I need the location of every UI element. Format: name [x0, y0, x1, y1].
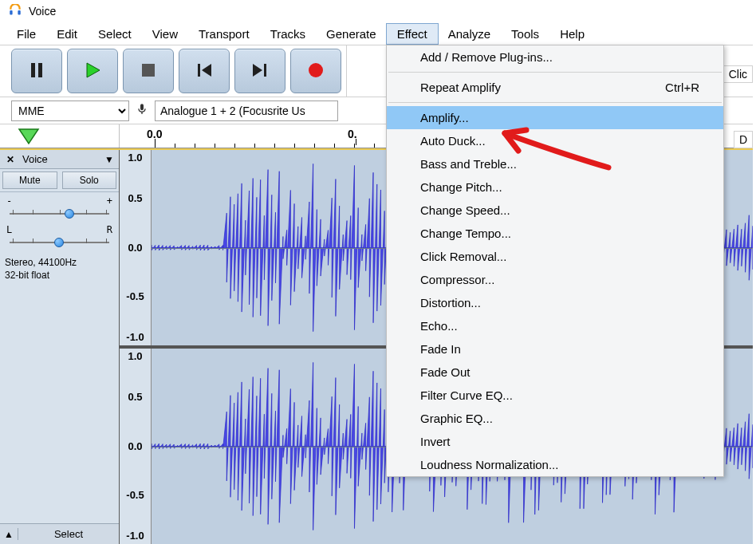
amp-label: -0.5: [120, 489, 151, 501]
record-button[interactable]: [290, 49, 341, 93]
effect-item-invert[interactable]: Invert: [387, 430, 723, 453]
track-select-button[interactable]: Select: [18, 528, 119, 540]
menu-select[interactable]: Select: [88, 24, 142, 44]
window-title: Voice: [29, 5, 56, 18]
menu-view[interactable]: View: [142, 24, 188, 44]
track-name[interactable]: Voice: [16, 153, 104, 165]
menu-effect[interactable]: Effect: [387, 24, 438, 44]
effect-item-compressor[interactable]: Compressor...: [387, 268, 723, 291]
skip-start-button[interactable]: [179, 49, 230, 93]
effect-item-label: Repeat Amplify: [420, 81, 501, 94]
svg-rect-5: [142, 64, 155, 77]
effect-item-label: Fade In: [420, 342, 461, 356]
amplitude-scale-right: 1.00.50.0-0.5-1.0: [120, 349, 152, 544]
close-track-button[interactable]: ✕: [5, 154, 16, 165]
effect-item-echo[interactable]: Echo...: [387, 314, 723, 337]
effect-item-graphic-eq[interactable]: Graphic EQ...: [387, 407, 723, 430]
menubar: FileEditSelectViewTransportTracksGenerat…: [0, 22, 753, 45]
amp-label: 0.5: [120, 391, 151, 403]
effect-item-change-tempo[interactable]: Change Tempo...: [387, 222, 723, 245]
effect-item-label: Loudness Normalization...: [420, 458, 558, 471]
amp-label: 1.0: [120, 152, 151, 164]
effect-item-repeat-amplify[interactable]: Repeat AmplifyCtrl+R: [387, 76, 723, 99]
meter-click-button[interactable]: Clic: [723, 65, 753, 83]
ruler-minor-tick: [334, 144, 335, 148]
menu-edit[interactable]: Edit: [46, 24, 88, 44]
track-format-line2: 32-bit float: [5, 269, 114, 282]
effect-item-add-remove-plug-ins[interactable]: Add / Remove Plug-ins...: [387, 45, 723, 69]
menu-analyze[interactable]: Analyze: [438, 24, 501, 44]
track-control-panel: ✕ Voice ▼ Mute Solo - + L R: [0, 150, 120, 544]
menu-generate[interactable]: Generate: [316, 24, 387, 44]
pan-slider[interactable]: L R: [0, 221, 119, 250]
mute-button[interactable]: Mute: [2, 171, 57, 189]
effect-item-label: Add / Remove Plug-ins...: [420, 50, 553, 64]
gain-slider[interactable]: - +: [0, 192, 119, 221]
svg-rect-2: [31, 63, 35, 77]
skip-end-button[interactable]: [234, 49, 285, 93]
pan-left-label: L: [6, 224, 12, 235]
effect-item-change-speed[interactable]: Change Speed...: [387, 199, 723, 222]
effect-item-change-pitch[interactable]: Change Pitch...: [387, 175, 723, 199]
effect-item-label: Amplify...: [420, 111, 469, 124]
window-titlebar: Voice: [0, 0, 753, 22]
menu-separator: [388, 72, 722, 73]
effect-item-label: Distortion...: [420, 296, 481, 309]
effect-item-click-removal[interactable]: Click Removal...: [387, 245, 723, 268]
effect-item-amplify[interactable]: Amplify...: [387, 106, 723, 129]
effect-dropdown-menu[interactable]: Add / Remove Plug-ins...Repeat AmplifyCt…: [386, 45, 724, 477]
recording-device-select[interactable]: Analogue 1 + 2 (Focusrite Us: [155, 101, 338, 121]
gain-min-label: -: [6, 195, 12, 207]
app-icon: [8, 4, 22, 18]
gain-max-label: +: [107, 195, 112, 207]
track-format-info: Stereo, 44100Hz 32-bit float: [0, 250, 119, 288]
solo-button[interactable]: Solo: [62, 171, 117, 189]
ruler-minor-tick: [234, 144, 235, 148]
ruler-minor-tick: [195, 144, 195, 148]
ruler-minor-tick: [215, 144, 215, 148]
skip-end-icon: [251, 61, 269, 81]
stop-button[interactable]: [123, 49, 174, 93]
menu-tracks[interactable]: Tracks: [260, 24, 316, 44]
pan-right-label: R: [107, 224, 112, 235]
menu-transport[interactable]: Transport: [188, 24, 260, 44]
track-header[interactable]: ✕ Voice ▼: [0, 150, 119, 169]
play-button[interactable]: [67, 49, 118, 93]
ruler-minor-tick: [294, 144, 295, 148]
svg-marker-4: [87, 63, 100, 77]
effect-item-label: Fade Out: [420, 365, 471, 379]
track-dropdown-icon[interactable]: ▼: [104, 154, 114, 165]
collapse-track-icon[interactable]: ▲: [0, 529, 18, 540]
device-letter-button[interactable]: D: [734, 131, 753, 148]
amp-label: -0.5: [120, 290, 151, 302]
recording-device-label: Analogue 1 + 2 (Focusrite Us: [160, 104, 305, 117]
effect-item-shortcut: Ctrl+R: [665, 81, 699, 94]
effect-item-label: Invert: [420, 435, 451, 448]
ruler-minor-tick: [274, 144, 275, 148]
amp-label: -1.0: [120, 530, 151, 542]
menu-help[interactable]: Help: [549, 24, 595, 44]
amp-label: 0.5: [120, 192, 151, 204]
track-footer: ▲ Select: [0, 523, 119, 544]
effect-item-auto-duck[interactable]: Auto Duck...: [387, 129, 723, 152]
playhead-pin-icon[interactable]: [18, 128, 40, 145]
effect-item-label: Change Pitch...: [420, 180, 502, 194]
svg-marker-8: [253, 64, 262, 77]
menu-tools[interactable]: Tools: [501, 24, 549, 44]
svg-rect-6: [198, 64, 200, 77]
ruler-minor-tick: [155, 144, 156, 148]
effect-item-label: Change Speed...: [420, 203, 510, 217]
effect-item-fade-in[interactable]: Fade In: [387, 337, 723, 361]
skip-start-icon: [195, 61, 213, 81]
menu-file[interactable]: File: [6, 24, 46, 44]
amp-label: 1.0: [120, 350, 151, 362]
amplitude-scale-left: 1.00.50.0-0.5-1.0: [120, 150, 152, 345]
effect-item-bass-and-treble[interactable]: Bass and Treble...: [387, 152, 723, 175]
effect-item-distortion[interactable]: Distortion...: [387, 291, 723, 314]
effect-item-filter-curve-eq[interactable]: Filter Curve EQ...: [387, 384, 723, 407]
effect-item-fade-out[interactable]: Fade Out: [387, 361, 723, 384]
effect-item-loudness-normalization[interactable]: Loudness Normalization...: [387, 453, 723, 476]
effect-item-label: Echo...: [420, 319, 458, 333]
audio-host-select[interactable]: MME: [11, 101, 129, 121]
pause-button[interactable]: [11, 49, 62, 93]
